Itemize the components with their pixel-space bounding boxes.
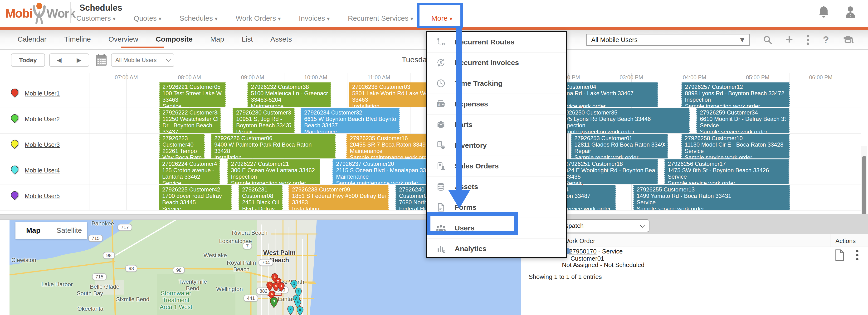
logo-text-mobi: Mobi xyxy=(5,6,32,21)
mobile-user-link[interactable]: Mobile User4 xyxy=(25,167,60,174)
separator-text: - xyxy=(597,248,602,255)
select-arrow-icon: ▼ xyxy=(739,36,746,44)
right-arrow-icon: ▶ xyxy=(77,57,81,63)
mobile-user-row: Mobile User5 xyxy=(0,184,89,210)
menu-item-sales-orders[interactable]: Sales Orders xyxy=(427,156,566,176)
mobile-users-mini-select[interactable]: All Mobile Users xyxy=(111,54,174,67)
schedule-event-block[interactable]: 27926256 Customer171475 SW 8th St - Boyn… xyxy=(664,160,789,184)
schedule-event-block[interactable]: 27926222 Customer3312250 Westchester Clu… xyxy=(159,108,221,133)
tab-timeline[interactable]: Timeline xyxy=(64,35,91,44)
route-shield-badge: 717 xyxy=(118,224,132,231)
schedule-event-block[interactable]: 27926250 Customer359875 Lyons Rd Delray … xyxy=(556,108,690,133)
mobile-users-filter-select[interactable]: All Mobile Users ▼ xyxy=(586,34,750,46)
tab-map[interactable]: Map xyxy=(210,35,224,44)
training-cap-icon[interactable] xyxy=(842,35,854,45)
schedule-event-block[interactable]: 27926234 Customer326615 W Boynton Beach … xyxy=(301,108,400,133)
nav-item-quotes[interactable]: Quotes▾ xyxy=(134,14,161,22)
annotation-arrow-head xyxy=(448,190,470,209)
menu-item-expenses[interactable]: $Expenses xyxy=(427,94,566,114)
column-header-work-order: Work Order xyxy=(563,237,595,245)
menu-item-analytics[interactable]: Analytics xyxy=(427,239,566,259)
route-shield-badge: 441 xyxy=(244,295,258,302)
work-order-row[interactable]: 27950170 - Service Customer01 Not Assign… xyxy=(521,247,868,267)
map-button[interactable]: Map xyxy=(16,222,51,239)
mobiwork-logo[interactable]: Mobi Work xyxy=(5,2,75,25)
tab-assets[interactable]: Assets xyxy=(270,35,292,44)
user-pin-icon xyxy=(9,164,20,175)
tab-overview[interactable]: Overview xyxy=(108,35,138,44)
add-icon[interactable]: + xyxy=(786,33,793,45)
chevron-down-icon xyxy=(640,222,645,228)
document-action-icon[interactable] xyxy=(835,249,844,261)
svg-text:1: 1 xyxy=(280,284,282,288)
mobile-user-link[interactable]: Mobile User5 xyxy=(25,193,60,200)
schedule-event-block[interactable]: 27926227 Customer21300 E Ocean Ave Lanta… xyxy=(227,160,320,184)
map-place-label: Royal Palm Beach xyxy=(227,259,256,273)
caret-down-icon: ▾ xyxy=(278,15,281,22)
satellite-button[interactable]: Satellite xyxy=(51,222,87,239)
schedule-event-block[interactable]: 27926231Customer082451 Black OliveBlvd -… xyxy=(239,185,283,210)
nav-item-recurrent-services[interactable]: Recurrent Services▾ xyxy=(348,14,413,22)
schedule-event-block[interactable]: 27926232 Customer385100 Melaleuca Ln - G… xyxy=(247,82,331,107)
route-shield-badge: 7 xyxy=(243,243,252,249)
mobile-user-link[interactable]: Mobile User1 xyxy=(25,90,60,97)
help-icon[interactable]: ? xyxy=(823,35,829,45)
schedule-event-block[interactable]: 27926251 Customer18324 E Woolbright Rd -… xyxy=(561,160,658,184)
tab-composite[interactable]: Composite xyxy=(156,35,193,44)
work-order-status: Not Assigned - Not Scheduled xyxy=(562,261,645,269)
schedule-event-block[interactable]: 27926221 Customer05100 Test Street Lake … xyxy=(159,82,226,107)
svg-text:1: 1 xyxy=(293,282,295,285)
previous-day-button[interactable]: ◀ xyxy=(49,54,69,67)
route-shield-badge: 98 xyxy=(125,265,137,272)
left-arrow-icon: ◀ xyxy=(57,57,61,63)
schedule-event-block[interactable]: 27926224 Customer41125 Croton avenue -La… xyxy=(159,160,220,184)
notifications-bell-icon[interactable] xyxy=(817,6,830,19)
schedule-event-block[interactable]: 27926226 Customer069400 W Palmetto Park … xyxy=(211,134,336,159)
map-marker-pin[interactable]: 3 xyxy=(270,297,278,308)
kebab-menu-icon[interactable] xyxy=(806,35,809,45)
view-tabs: CalendarTimelineOverviewCompositeMapList… xyxy=(18,30,292,49)
menu-item-recurrent-invoices[interactable]: $Recurrent Invoices xyxy=(427,53,566,73)
nav-item-schedules[interactable]: Schedules▾ xyxy=(180,14,218,22)
calendar-icon[interactable] xyxy=(96,54,107,66)
map-marker-pin[interactable]: 4 xyxy=(272,282,279,292)
map-place-label: Wellington xyxy=(216,286,243,292)
svg-text:6: 6 xyxy=(271,292,273,296)
nav-item-work-orders[interactable]: Work Orders▾ xyxy=(236,14,281,22)
work-order-id-link[interactable]: 27950170 xyxy=(569,248,597,255)
mobile-user-link[interactable]: Mobile User2 xyxy=(25,116,60,123)
schedule-event-block[interactable]: 27926257 Customer128898 Lyons Rd - Boynt… xyxy=(681,82,790,107)
schedule-event-block[interactable]: 27926258 Customer1011130 Model Cir E - B… xyxy=(681,134,790,159)
user-pin-icon xyxy=(9,190,20,200)
search-icon[interactable] xyxy=(763,35,772,45)
nav-item-customers[interactable]: Customers▾ xyxy=(76,14,116,22)
mobile-user-row: Mobile User1 xyxy=(0,82,89,108)
menu-item-time-tracking[interactable]: Time Tracking xyxy=(427,73,566,94)
next-day-button[interactable]: ▶ xyxy=(69,54,89,67)
today-button[interactable]: Today xyxy=(11,54,45,67)
menu-item-inventory[interactable]: Inventory xyxy=(427,135,566,156)
schedule-event-block[interactable]: 27926233 Customer091851 S Federal Hwy #5… xyxy=(288,185,389,210)
mobile-user-link[interactable]: Mobile User3 xyxy=(25,141,60,148)
schedule-event-block[interactable]: 27926225 Customer421700 dover road Delra… xyxy=(159,185,232,210)
schedule-event-block[interactable]: 27926259 Customer346610 Moonlit Dr - Del… xyxy=(696,108,789,133)
hour-label: 09:00 AM xyxy=(241,74,264,81)
schedule-event-block[interactable]: 27926253 Customer0112811 Glades Rd Boca … xyxy=(571,134,668,159)
nav-item-invoices[interactable]: Invoices▾ xyxy=(299,14,330,22)
user-account-icon[interactable] xyxy=(844,6,857,19)
map-marker-pin[interactable]: 2 xyxy=(287,306,294,315)
active-tab-underline xyxy=(121,46,164,48)
tab-list[interactable]: List xyxy=(242,35,253,44)
schedule-event-block[interactable]: 27926255 Customer131499 Yamato Rd - Boca… xyxy=(633,185,790,210)
menu-item-assets[interactable]: Assets xyxy=(427,176,566,197)
svg-text:4: 4 xyxy=(275,284,277,288)
dispatch-filter-select[interactable]: Dispatch xyxy=(554,219,649,232)
row-kebab-menu-icon[interactable] xyxy=(856,250,859,260)
tab-calendar[interactable]: Calendar xyxy=(18,35,46,44)
menu-item-parts[interactable]: Parts xyxy=(427,114,566,135)
schedule-event-block[interactable]: 27926230 Customer3910951 S, Jog Rd -Boyn… xyxy=(232,108,294,133)
clipboard-person-icon xyxy=(433,161,448,171)
map-marker-pin[interactable]: 5 xyxy=(297,306,304,315)
menu-item-recurrent-routes[interactable]: Recurrent Routes xyxy=(427,32,566,53)
schedule-event-block[interactable]: 27926223Customer4022261 TempoWay Boca Ra… xyxy=(159,134,205,159)
